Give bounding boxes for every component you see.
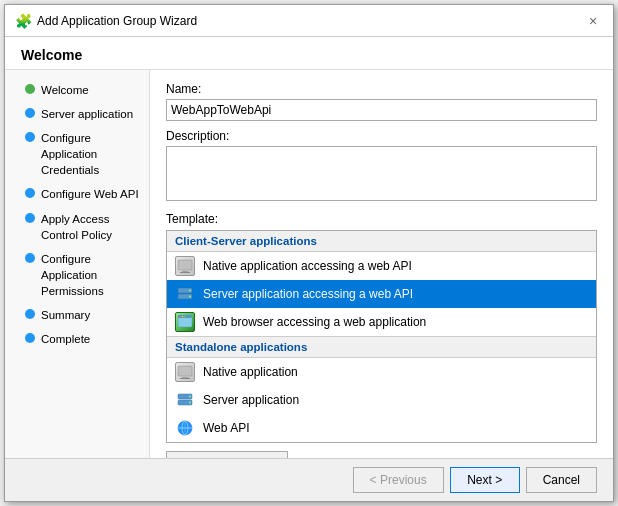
web-api-icon xyxy=(175,418,195,438)
svg-rect-0 xyxy=(178,260,192,270)
template-item-label: Server application xyxy=(203,393,299,407)
template-box: Client-Server applications Native applic… xyxy=(166,230,597,443)
title-bar: 🧩 Add Application Group Wizard × xyxy=(5,5,613,37)
step-dot-summary xyxy=(25,309,35,319)
section-header-client-server: Client-Server applications xyxy=(167,231,596,251)
more-info-button[interactable]: More information... xyxy=(166,451,288,458)
wizard-icon: 🧩 xyxy=(15,13,31,29)
close-button[interactable]: × xyxy=(583,11,603,31)
page-header: Welcome xyxy=(5,37,613,70)
dialog: 🧩 Add Application Group Wizard × Welcome… xyxy=(4,4,614,502)
sidebar-item-label: Welcome xyxy=(41,82,89,98)
name-label: Name: xyxy=(166,82,597,96)
step-dot-webapi xyxy=(25,188,35,198)
sidebar-item-complete[interactable]: Complete xyxy=(5,327,149,351)
svg-point-11 xyxy=(184,316,186,318)
sidebar-item-app-permissions[interactable]: Configure Application Permissions xyxy=(5,247,149,303)
sidebar-item-label: Complete xyxy=(41,331,90,347)
web-browser-icon xyxy=(175,312,195,332)
sidebar-item-label: Apply Access Control Policy xyxy=(41,211,139,243)
right-panel: Name: Description: Template: Client-Serv… xyxy=(150,70,613,458)
footer: < Previous Next > Cancel xyxy=(5,458,613,501)
sidebar-item-configure-web-api[interactable]: Configure Web API xyxy=(5,182,149,206)
server-app-icon xyxy=(175,284,195,304)
step-dot-server xyxy=(25,108,35,118)
cancel-button[interactable]: Cancel xyxy=(526,467,597,493)
svg-rect-12 xyxy=(178,366,192,376)
svg-point-18 xyxy=(189,402,191,404)
step-dot-access xyxy=(25,213,35,223)
svg-point-10 xyxy=(182,316,184,318)
template-item-label: Server application accessing a web API xyxy=(203,287,413,301)
sidebar: Welcome Server application Configure App… xyxy=(5,70,150,458)
template-item-server-app[interactable]: Server application xyxy=(167,386,596,414)
previous-button[interactable]: < Previous xyxy=(353,467,444,493)
title-text: Add Application Group Wizard xyxy=(37,14,197,28)
sidebar-item-label: Configure Application Credentials xyxy=(41,130,139,178)
template-item-label: Web browser accessing a web application xyxy=(203,315,426,329)
step-dot-complete xyxy=(25,333,35,343)
server-standalone-icon xyxy=(175,390,195,410)
sidebar-item-label: Summary xyxy=(41,307,90,323)
svg-point-9 xyxy=(179,316,181,318)
sidebar-item-summary[interactable]: Summary xyxy=(5,303,149,327)
svg-rect-2 xyxy=(180,272,190,273)
native-standalone-icon xyxy=(175,362,195,382)
template-item-native-app[interactable]: Native application xyxy=(167,358,596,386)
step-dot-permissions xyxy=(25,253,35,263)
sidebar-item-label: Server application xyxy=(41,106,133,122)
template-item-web-browser[interactable]: Web browser accessing a web application xyxy=(167,308,596,336)
title-bar-left: 🧩 Add Application Group Wizard xyxy=(15,13,197,29)
template-item-server-web-api[interactable]: Server application accessing a web API xyxy=(167,280,596,308)
content-area: Welcome Welcome Server application Confi… xyxy=(5,37,613,458)
sidebar-item-configure-credentials[interactable]: Configure Application Credentials xyxy=(5,126,149,182)
name-input[interactable] xyxy=(166,99,597,121)
section-header-standalone: Standalone applications xyxy=(167,337,596,357)
svg-point-6 xyxy=(189,296,191,298)
step-dot-welcome xyxy=(25,84,35,94)
sidebar-item-welcome[interactable]: Welcome xyxy=(5,78,149,102)
main-body: Welcome Server application Configure App… xyxy=(5,70,613,458)
template-item-label: Native application accessing a web API xyxy=(203,259,412,273)
svg-point-17 xyxy=(189,396,191,398)
description-input[interactable] xyxy=(166,146,597,201)
step-dot-credentials xyxy=(25,132,35,142)
description-label: Description: xyxy=(166,129,597,143)
template-item-native-web-api[interactable]: Native application accessing a web API xyxy=(167,252,596,280)
next-button[interactable]: Next > xyxy=(450,467,520,493)
template-label: Template: xyxy=(166,212,597,226)
template-item-label: Native application xyxy=(203,365,298,379)
native-app-icon xyxy=(175,256,195,276)
svg-rect-14 xyxy=(180,378,190,379)
sidebar-item-access-control[interactable]: Apply Access Control Policy xyxy=(5,207,149,247)
sidebar-item-label: Configure Web API xyxy=(41,186,139,202)
template-item-label: Web API xyxy=(203,421,249,435)
page-title: Welcome xyxy=(21,47,597,63)
template-item-web-api[interactable]: Web API xyxy=(167,414,596,442)
sidebar-item-server-application[interactable]: Server application xyxy=(5,102,149,126)
sidebar-item-label: Configure Application Permissions xyxy=(41,251,139,299)
svg-point-5 xyxy=(189,290,191,292)
